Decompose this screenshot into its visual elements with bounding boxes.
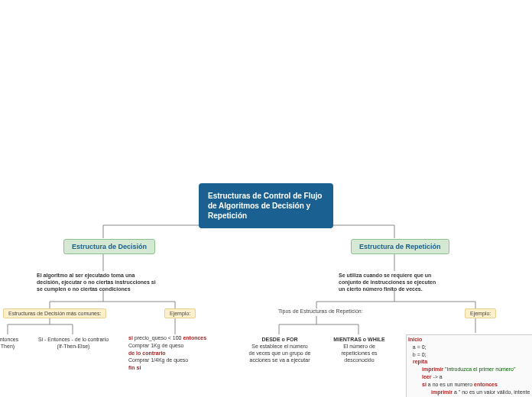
code-act1: Comprar 1Kg de queso bbox=[128, 342, 228, 350]
decision-ejemplo-label[interactable]: Ejemplo: bbox=[164, 308, 196, 318]
decision-node[interactable]: Estructura de Decisión bbox=[63, 239, 155, 254]
if-then-else-l1: Si - Entonces - de lo contrario bbox=[31, 336, 116, 343]
kw-imprimir1: imprimir bbox=[422, 366, 445, 372]
rep-ejemplo-text: Ejemplo: bbox=[470, 311, 491, 316]
repeticion-node[interactable]: Estructura de Repetición bbox=[351, 239, 449, 254]
desde-l2: de veces que un grupo de bbox=[243, 350, 316, 357]
kw-entonces: entonces bbox=[183, 335, 206, 341]
rep-desc-l3: un cierto número finito de veces. bbox=[339, 286, 423, 292]
decision-desc-l3: se cumplen o no ciertas condiciones bbox=[37, 286, 131, 292]
code-si-rest: a no es un numero bbox=[427, 382, 474, 387]
code-cond: precio_queso < 100 bbox=[133, 335, 183, 341]
kw-leer: leer bbox=[422, 374, 431, 379]
desde-leaf: DESDE o FOR Se establece el número de ve… bbox=[243, 336, 316, 363]
decision-common-text: Estructuras de Decisión más comunes: bbox=[8, 311, 101, 316]
mientras-l1: El número de bbox=[327, 343, 391, 350]
if-then-else-leaf: Si - Entonces - de lo contrario (If-Then… bbox=[31, 336, 116, 350]
code-str1: "Introduzca el primer número" bbox=[445, 366, 516, 372]
repeticion-code: Inicio a = 0; b = 0; repita imprimir "In… bbox=[406, 334, 532, 397]
repeticion-desc: Se utiliza cuando se requiere que un con… bbox=[339, 272, 469, 292]
kw-imprimir2: imprimir bbox=[431, 389, 454, 395]
if-then-else-l2: (If-Then-Else) bbox=[31, 343, 116, 350]
repeticion-ejemplo-label[interactable]: Ejemplo: bbox=[465, 308, 496, 318]
rep-desc-l1: Se utiliza cuando se requiere que un bbox=[339, 273, 431, 278]
kw-repita1: repita bbox=[413, 359, 427, 364]
if-then-leaf: ontonces Then) bbox=[0, 336, 31, 350]
rep-desc-l2: conjunto de instrucciones se ejecuten bbox=[339, 279, 436, 285]
if-then-l1: ontonces bbox=[0, 336, 31, 343]
mientras-l3: desconocido bbox=[327, 357, 391, 363]
tipos-label: Tipos de Estructuras de Repetición: bbox=[278, 308, 363, 314]
if-then-l2: Then) bbox=[0, 343, 31, 350]
mientras-l2: repeticiones es bbox=[327, 350, 391, 357]
decision-desc-l1: El algoritmo al ser ejecutado toma una bbox=[37, 273, 135, 278]
desde-h: DESDE o FOR bbox=[261, 337, 297, 342]
desde-l1: Se establece el número bbox=[243, 343, 316, 350]
decision-desc-l2: decisión, ejecutar o no ciertas instrucc… bbox=[37, 279, 156, 285]
decision-desc: El algoritmo al ser ejecutado toma una d… bbox=[37, 272, 182, 292]
kw-finsi: fin si bbox=[128, 364, 228, 372]
decision-common-label[interactable]: Estructuras de Decisión más comunes: bbox=[3, 308, 106, 318]
code-la: a = 0; bbox=[408, 344, 532, 351]
decision-title: Estructura de Decisión bbox=[72, 243, 147, 250]
mientras-leaf: MIENTRAS o WHILE El número de repeticion… bbox=[327, 336, 391, 363]
root-title: Estructuras de Control de Flujo de Algor… bbox=[208, 192, 322, 220]
decision-code: si precio_queso < 100 entonces Comprar 1… bbox=[128, 334, 228, 372]
code-act2: Comprar 1/4Kg de queso bbox=[128, 357, 228, 364]
kw-inicio: Inicio bbox=[408, 336, 532, 344]
decision-ejemplo-text: Ejemplo: bbox=[170, 311, 190, 316]
code-leer-rest: -> a bbox=[431, 374, 442, 379]
kw-entonces2: entonces bbox=[474, 382, 498, 387]
tipos-text: Tipos de Estructuras de Repetición: bbox=[278, 308, 363, 314]
repeticion-title: Estructura de Repetición bbox=[359, 243, 441, 250]
mientras-h: MIENTRAS o WHILE bbox=[333, 337, 384, 342]
code-lb: b = 0; bbox=[408, 351, 532, 359]
root-node[interactable]: Estructuras de Control de Flujo de Algor… bbox=[199, 183, 333, 228]
kw-delo: de lo contrario bbox=[128, 350, 228, 357]
desde-l3: acciones se va a ejecutar bbox=[243, 357, 316, 363]
